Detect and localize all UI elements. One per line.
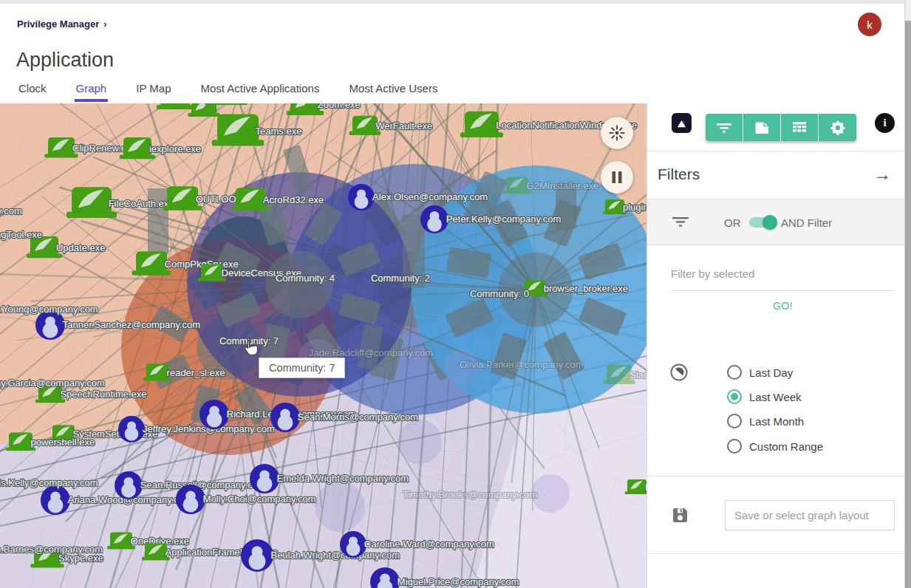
table-view-button[interactable]	[781, 114, 819, 141]
sidebar-toolbar: i	[647, 103, 904, 151]
privilege-manager-app: Privilege Manager› k Application Clock G…	[0, 0, 911, 588]
filter-input-section: GO!	[647, 245, 904, 340]
svg-text:Tanner.Sanchez@company.com: Tanner.Sanchez@company.com	[63, 319, 200, 330]
radio-circle[interactable]	[727, 414, 742, 428]
scrollbar-thumb[interactable]	[905, 21, 911, 588]
and-or-toggle[interactable]	[749, 217, 776, 228]
svg-text:Peter.Kelly@company.com: Peter.Kelly@company.com	[446, 213, 561, 225]
physics-flare-icon	[608, 124, 626, 142]
go-button[interactable]: GO!	[671, 300, 895, 312]
collapse-arrow-icon[interactable]: →	[873, 164, 891, 185]
svg-text:y.com: y.com	[0, 205, 22, 216]
radio-circle[interactable]	[727, 365, 742, 380]
radio-label: Last Month	[749, 415, 804, 428]
svg-text:iexplore.exe: iexplore.exe	[149, 143, 201, 154]
breadcrumb-text[interactable]: Privilege Manager	[17, 18, 99, 30]
svg-text:WerFault.exe: WerFault.exe	[375, 120, 432, 131]
table-icon	[792, 121, 807, 134]
svg-text:Update.exe: Update.exe	[56, 242, 105, 253]
radio-custom-range[interactable]: Custom Range	[727, 438, 823, 454]
gear-icon	[830, 120, 846, 136]
pause-button[interactable]	[601, 161, 633, 194]
app-node[interactable]	[205, 103, 248, 105]
save-floppy-icon[interactable]	[671, 506, 689, 527]
chevron-right-icon: ›	[103, 18, 106, 30]
community-tooltip: Community: 7	[259, 358, 345, 378]
user-avatar[interactable]: k	[858, 13, 881, 36]
radio-circle[interactable]	[727, 439, 742, 454]
graph-viewport[interactable]: ClipRenew.exeiexplore.exeTeams.exeZoom.e…	[0, 103, 646, 588]
svg-text:y.Young@company.com: y.Young@company.com	[0, 304, 98, 315]
app-node[interactable]: browser_broker.exe	[522, 280, 628, 296]
svg-text:Olivia.Parker@company.com: Olivia.Parker@company.com	[460, 359, 584, 370]
filter-button[interactable]	[706, 114, 743, 141]
svg-text:SpeechRuntime.exe: SpeechRuntime.exe	[60, 389, 146, 400]
svg-text:Beulah.Wright@company.com: Beulah.Wright@company.com	[270, 550, 400, 561]
app-node[interactable]	[157, 103, 194, 109]
filter-logic-row: OR AND Filter	[647, 199, 904, 245]
community-label: Community: 0	[470, 288, 529, 299]
svg-text:Miguel.Price@company.com: Miguel.Price@company.com	[398, 576, 519, 587]
svg-text:Sean.Russell@company.com: Sean.Russell@company.com	[140, 479, 266, 490]
radio-label: Last Week	[749, 391, 802, 403]
svg-text:reader_sl.exe: reader_sl.exe	[167, 367, 225, 378]
svg-text:AcroRd32.exe: AcroRd32.exe	[263, 194, 324, 205]
radio-last-week[interactable]: Last Week	[727, 389, 802, 405]
file-icon	[754, 121, 769, 134]
radio-last-month[interactable]: Last Month	[727, 413, 804, 429]
save-graph-layout-input[interactable]	[725, 500, 895, 530]
graph-canvas[interactable]: ClipRenew.exeiexplore.exeTeams.exeZoom.e…	[0, 103, 646, 588]
pause-icon	[610, 170, 624, 185]
svg-text:Alex.Olsen@company.com: Alex.Olsen@company.com	[372, 191, 488, 202]
app-node[interactable]	[188, 103, 220, 117]
filters-header-row: Filters →	[647, 151, 904, 199]
graph-settings-sidebar: i Filters → OR AND Filter GO!	[646, 103, 904, 588]
page-title: Application	[16, 49, 114, 72]
sidebar-toolbar-buttons	[706, 114, 856, 141]
svg-text:hy.Garcia@company.com: hy.Garcia@company.com	[0, 377, 105, 389]
toggle-knob[interactable]	[762, 215, 777, 230]
info-icon: i	[883, 117, 886, 129]
svg-text:Caroline.Ward@company.com: Caroline.Ward@company.com	[364, 539, 494, 550]
tab-ip-map[interactable]: IP Map	[134, 81, 172, 102]
radio-label: Custom Range	[749, 440, 823, 453]
time-range-section: Last Day Last Week Last Month Custom Ran…	[647, 340, 904, 476]
physics-toggle-button[interactable]	[601, 117, 633, 149]
svg-text:G2MInstaller.exe: G2MInstaller.exe	[527, 180, 599, 191]
filter-list-icon	[671, 215, 690, 231]
filter-by-selected-input[interactable]	[671, 263, 895, 291]
settings-button[interactable]	[819, 114, 856, 141]
window-top-strip	[0, 0, 911, 4]
vertical-scrollbar[interactable]	[904, 0, 911, 588]
export-file-button[interactable]	[743, 114, 781, 141]
svg-text:n.Barnes@company.com: n.Barnes@company.com	[0, 544, 103, 555]
save-layout-section	[647, 476, 904, 554]
radio-circle-selected[interactable]	[727, 389, 742, 404]
svg-text:plugin_: plugin_	[623, 202, 646, 213]
radio-last-day[interactable]: Last Day	[727, 364, 793, 380]
tab-graph[interactable]: Graph	[75, 81, 109, 102]
community-label: Community: 4	[276, 273, 335, 284]
image-icon[interactable]	[672, 113, 692, 133]
svg-text:ngTool.exe: ngTool.exe	[0, 229, 42, 240]
svg-text:Jade.Radcliff@company.com: Jade.Radcliff@company.com	[309, 347, 433, 358]
tab-most-active-applications[interactable]: Most Active Applications	[199, 81, 321, 102]
svg-text:ris.Kelly@company.com: ris.Kelly@company.com	[0, 477, 98, 488]
svg-text:Teams.exe: Teams.exe	[256, 126, 302, 137]
svg-text:Emelda.Wright@company.com: Emelda.Wright@company.com	[277, 473, 409, 484]
tab-clock[interactable]: Clock	[17, 81, 48, 102]
time-lapse-icon	[669, 363, 689, 385]
community-label: Community: 2	[371, 273, 430, 284]
app-node[interactable]: plugin_	[603, 199, 646, 214]
svg-text:Zoom.exe: Zoom.exe	[318, 103, 361, 110]
breadcrumb[interactable]: Privilege Manager›	[17, 18, 107, 30]
or-label: OR	[724, 216, 741, 229]
tab-bar: Clock Graph IP Map Most Active Applicati…	[17, 81, 439, 102]
radio-label: Last Day	[749, 366, 793, 379]
info-button[interactable]: i	[875, 113, 895, 133]
app-node[interactable]: B	[625, 479, 646, 494]
community-label: Community: 7	[219, 335, 279, 346]
svg-text:Sean.Morris@company.com: Sean.Morris@company.com	[298, 411, 418, 423]
tab-most-active-users[interactable]: Most Active Users	[347, 81, 439, 102]
filter-icon	[716, 122, 732, 134]
